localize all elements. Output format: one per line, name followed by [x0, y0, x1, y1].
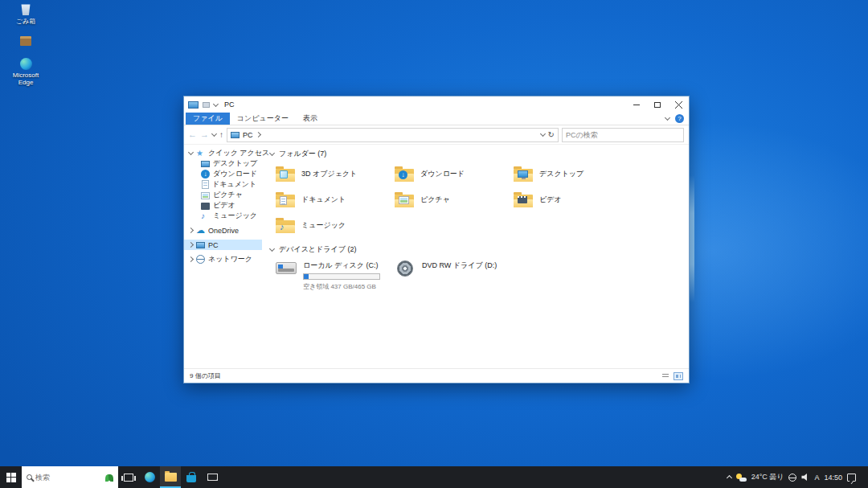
- sidebar-item-onedrive[interactable]: OneDrive: [184, 225, 262, 236]
- ime-indicator[interactable]: A: [814, 474, 819, 482]
- breadcrumb-chevron-icon[interactable]: [255, 132, 260, 137]
- music-overlay-icon: [280, 222, 285, 232]
- taskbar-mail-button[interactable]: [202, 466, 223, 488]
- sidebar-label: ドキュメント: [212, 179, 256, 190]
- sidebar-item-music[interactable]: ミュージック: [184, 211, 262, 221]
- close-button[interactable]: [668, 96, 689, 113]
- sidebar-item-pc[interactable]: PC: [184, 240, 262, 250]
- back-button[interactable]: [188, 130, 197, 139]
- expander-icon[interactable]: [188, 256, 194, 262]
- folder-tile-pictures[interactable]: ピクチャ: [395, 189, 514, 211]
- weather-text[interactable]: 24°C 曇り: [751, 472, 784, 482]
- refresh-icon[interactable]: [548, 130, 555, 139]
- start-button[interactable]: [0, 466, 22, 488]
- details-view-icon[interactable]: [661, 372, 670, 380]
- clock[interactable]: 14:50: [824, 474, 842, 482]
- taskbar-search-input[interactable]: [35, 474, 102, 482]
- up-button[interactable]: [219, 130, 223, 139]
- desktop-icon-package[interactable]: [5, 36, 47, 47]
- sidebar-item-downloads[interactable]: ダウンロード: [184, 169, 262, 179]
- section-title: フォルダー (7): [279, 149, 326, 159]
- forward-button[interactable]: [200, 130, 209, 139]
- recent-locations-icon[interactable]: [211, 131, 217, 137]
- taskbar-search-box[interactable]: [22, 466, 118, 488]
- title-bar[interactable]: PC: [184, 96, 689, 113]
- taskbar-store-button[interactable]: [181, 466, 202, 488]
- music-icon: [201, 211, 210, 220]
- taskbar-edge-button[interactable]: [139, 466, 160, 488]
- folder-tile-music[interactable]: ミュージック: [276, 215, 395, 236]
- minimize-button[interactable]: [626, 96, 647, 113]
- window-icon: [188, 101, 199, 109]
- sidebar-item-videos[interactable]: ビデオ: [184, 200, 262, 211]
- drive-tile-c[interactable]: ローカル ディスク (C:) 空き領域 437 GB/465 GB: [276, 259, 395, 288]
- volume-icon[interactable]: [801, 474, 809, 481]
- sidebar-label: ネットワーク: [208, 254, 252, 265]
- documents-icon: [202, 180, 209, 189]
- sidebar-item-network[interactable]: ネットワーク: [184, 254, 262, 265]
- system-tray: 24°C 曇り A 14:50: [727, 466, 868, 488]
- documents-overlay-icon: [280, 196, 287, 205]
- folder-name: 3D オブジェクト: [301, 169, 357, 179]
- drive-free-space: 空き領域 437 GB/465 GB: [303, 282, 380, 291]
- sidebar-label: ダウンロード: [213, 169, 257, 179]
- edge-icon: [20, 58, 32, 70]
- sidebar-item-quick-access[interactable]: クイック アクセス: [184, 148, 262, 158]
- sidebar-item-desktop[interactable]: デスクトップ: [184, 158, 262, 169]
- large-icons-view-icon[interactable]: [674, 372, 683, 380]
- folders-section-header[interactable]: フォルダー (7): [270, 147, 684, 160]
- address-dropdown-icon[interactable]: [540, 131, 546, 137]
- drive-tile-d[interactable]: DVD RW ドライブ (D:): [395, 259, 514, 288]
- hidden-icons-chevron-icon[interactable]: [727, 475, 732, 481]
- expander-icon[interactable]: [188, 150, 194, 155]
- search-highlight-icon: [105, 473, 113, 482]
- sidebar-item-documents[interactable]: ドキュメント: [184, 179, 262, 190]
- folder-tile-videos[interactable]: ビデオ: [514, 189, 633, 211]
- section-collapse-icon[interactable]: [269, 150, 275, 155]
- desktop-icon-label: Microsoft Edge: [5, 72, 47, 86]
- ribbon-tabs: ファイル コンピューター 表示: [184, 113, 689, 125]
- folder-name: デスクトップ: [539, 169, 583, 179]
- tab-computer[interactable]: コンピューター: [230, 113, 296, 125]
- folder-tile-3d-objects[interactable]: 3D オブジェクト: [276, 163, 395, 185]
- onedrive-icon: [196, 226, 205, 235]
- network-icon: [196, 255, 205, 264]
- ribbon-expand-icon[interactable]: [665, 115, 670, 121]
- folder-tile-desktop[interactable]: デスクトップ: [514, 163, 633, 185]
- taskbar-explorer-button[interactable]: [160, 466, 181, 488]
- action-center-icon[interactable]: [847, 474, 856, 482]
- pictures-icon: [201, 192, 210, 199]
- help-icon[interactable]: [675, 114, 684, 123]
- maximize-button[interactable]: [647, 96, 668, 113]
- weather-icon: [736, 474, 747, 482]
- capacity-fill: [304, 274, 309, 279]
- sidebar-label: ビデオ: [213, 200, 235, 211]
- quick-access-toolbar-icon[interactable]: [203, 102, 210, 108]
- qat-dropdown-icon[interactable]: [213, 100, 219, 106]
- downloads-icon: [201, 170, 210, 178]
- task-view-button[interactable]: [118, 466, 139, 488]
- explorer-search-box[interactable]: [562, 128, 684, 142]
- address-bar[interactable]: PC: [227, 128, 559, 142]
- videos-icon: [201, 203, 210, 210]
- folder-tile-downloads[interactable]: ダウンロード: [395, 163, 514, 185]
- sidebar-item-pictures[interactable]: ピクチャ: [184, 190, 262, 200]
- store-icon: [186, 475, 196, 482]
- sidebar-label: ピクチャ: [213, 190, 243, 200]
- desktop-icon-edge[interactable]: Microsoft Edge: [5, 58, 47, 86]
- tab-file[interactable]: ファイル: [186, 113, 230, 125]
- tab-view[interactable]: 表示: [296, 113, 325, 125]
- expander-icon[interactable]: [188, 228, 194, 233]
- expander-icon[interactable]: [188, 242, 194, 248]
- section-collapse-icon[interactable]: [269, 245, 275, 251]
- desktop-icons: ごみ箱 Microsoft Edge: [5, 3, 47, 86]
- explorer-search-input[interactable]: [566, 131, 680, 139]
- network-tray-icon[interactable]: [788, 474, 796, 482]
- view-switcher: [661, 372, 683, 380]
- breadcrumb[interactable]: PC: [243, 131, 253, 139]
- drives-grid: ローカル ディスク (C:) 空き領域 437 GB/465 GB DVD RW…: [276, 259, 684, 288]
- devices-section-header[interactable]: デバイスとドライブ (2): [270, 243, 684, 256]
- folder-name: ビデオ: [539, 195, 562, 205]
- desktop-icon-recycle-bin[interactable]: ごみ箱: [5, 3, 47, 26]
- folder-tile-documents[interactable]: ドキュメント: [276, 189, 395, 211]
